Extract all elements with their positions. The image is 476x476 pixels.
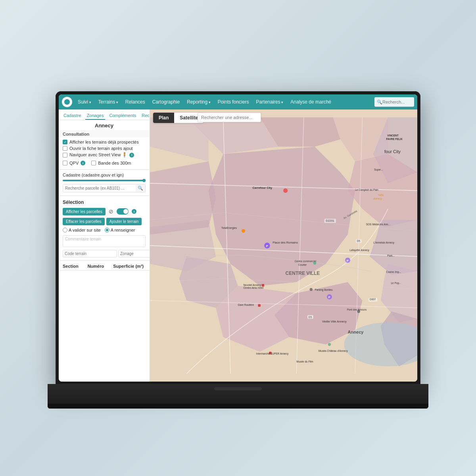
svg-text:D2201: D2201: [326, 219, 334, 223]
nav-reporting[interactable]: Reporting: [184, 98, 214, 106]
parcel-search-btn[interactable]: 🔍: [136, 184, 145, 192]
svg-text:Vieille Ville Annecy: Vieille Ville Annecy: [322, 320, 347, 323]
svg-marker-15: [150, 161, 216, 235]
divider-3: [59, 260, 150, 261]
map-svg: Place des Romains Carrefour City TotalEn…: [150, 109, 417, 382]
parcel-search-input[interactable]: [63, 185, 136, 192]
svg-text:Park...: Park...: [387, 254, 395, 257]
info-icon-sel: i: [132, 209, 136, 214]
svg-text:SOS Médecins Ann...: SOS Médecins Ann...: [366, 223, 391, 226]
col-numero: Numéro: [84, 262, 109, 271]
info-icon-street-view[interactable]: i: [129, 153, 134, 157]
radio-valider[interactable]: A valider sur site: [63, 228, 101, 232]
laptop-screen: Suivi Terrains Relances Cartographie Rep…: [59, 94, 417, 382]
app-logo[interactable]: [62, 97, 72, 107]
left-panel: Cadastre Zonages Compléments Recherche A…: [59, 109, 150, 382]
map-area: Plan Satellite: [150, 109, 417, 382]
svg-text:Le Pop...: Le Pop...: [391, 282, 401, 285]
nav-points-fonciers[interactable]: Points fonciers: [215, 98, 252, 106]
svg-text:Casino Imp...: Casino Imp...: [386, 271, 401, 274]
info-icon-qpv[interactable]: i: [81, 161, 85, 165]
nav-relances[interactable]: Relances: [122, 98, 148, 106]
radio-renseigner[interactable]: A renseigner: [105, 228, 135, 232]
map-btn-plan[interactable]: Plan: [153, 113, 174, 123]
svg-text:Le Comptoir du Pain: Le Comptoir du Pain: [355, 188, 378, 192]
btn-effacer-parcelles[interactable]: Effacer les parcelles: [63, 218, 105, 225]
laptop-screen-bezel: Suivi Terrains Relances Cartographie Rep…: [56, 91, 420, 385]
parcel-search-row[interactable]: 🔍: [63, 184, 146, 192]
comment-area[interactable]: Commentaire terrain: [63, 235, 146, 247]
effacer-ajouter-row: Effacer les parcelles Ajouter le terrain: [59, 217, 150, 226]
divider-2: [59, 196, 150, 196]
nav-analyse-marche[interactable]: Analyse de marché: [287, 98, 334, 106]
svg-text:Centre Atria Hôtel: Centre Atria Hôtel: [243, 286, 263, 289]
svg-point-28: [242, 229, 245, 232]
qpv-label: QPV: [69, 161, 79, 165]
consultation-label: Consultation: [59, 130, 150, 137]
search-icon: 🔍: [377, 100, 382, 105]
tab-bar: Cadastre Zonages Compléments Recherche: [59, 109, 150, 120]
tab-recherche[interactable]: Recherche: [140, 112, 150, 120]
qpv-row[interactable]: QPV i Bande des 300m: [63, 160, 146, 166]
svg-point-36: [310, 288, 313, 291]
svg-text:TotalEnergies: TotalEnergies: [221, 226, 237, 230]
option-label-3: Naviguer avec Street View 🧍: [69, 152, 127, 157]
tab-cadastre[interactable]: Cadastre: [62, 112, 83, 120]
nav-suivi[interactable]: Suivi: [75, 98, 94, 106]
cadastre-section-label: Cadastre (cadastre.gouv et ign): [59, 171, 150, 178]
svg-text:Courier: Courier: [298, 263, 307, 266]
nav-terrains[interactable]: Terrains: [95, 98, 121, 106]
radio-renseigner-label: A renseigner: [111, 228, 135, 232]
tab-zonages[interactable]: Zonages: [85, 112, 106, 120]
checkbox-bande[interactable]: [91, 161, 96, 165]
svg-text:Lafayette Annecy: Lafayette Annecy: [349, 249, 369, 252]
option-row-3[interactable]: Naviguer avec Street View 🧍 i: [63, 152, 146, 158]
svg-text:D007: D007: [370, 298, 376, 301]
parcel-table: Section Numéro Superficie (m²): [59, 262, 150, 271]
svg-text:Place des Romains: Place des Romains: [273, 241, 298, 244]
svg-text:four City: four City: [384, 149, 401, 154]
option-row-2[interactable]: Ouvrir la fiche terrain après ajout: [63, 145, 146, 152]
toggle-afficher[interactable]: [117, 208, 129, 215]
svg-text:Centre commercial: Centre commercial: [295, 260, 316, 263]
comment-placeholder: Commentaire terrain: [65, 237, 101, 241]
svg-text:Musée du Film: Musée du Film: [296, 360, 313, 363]
info-icon-afficher[interactable]: i: [130, 207, 138, 215]
svg-text:P: P: [347, 259, 349, 263]
svg-point-26: [283, 188, 288, 193]
navbar: Suivi Terrains Relances Cartographie Rep…: [59, 94, 417, 109]
zonage-input[interactable]: [118, 250, 150, 257]
svg-text:Yatta: Yatta: [378, 194, 384, 196]
svg-text:Intermarché SUPER Annecy: Intermarché SUPER Annecy: [256, 352, 289, 355]
svg-text:Parking Bonlieu: Parking Bonlieu: [315, 288, 333, 292]
col-superficie: Superficie (m²): [109, 262, 150, 271]
search-input[interactable]: [382, 100, 414, 104]
svg-text:Musée-Château d'Annecy: Musée-Château d'Annecy: [319, 349, 348, 353]
cadastre-slider[interactable]: [63, 180, 146, 181]
nav-partenaires[interactable]: Partenaires: [253, 98, 286, 106]
laptop-wrapper: Suivi Terrains Relances Cartographie Rep…: [48, 91, 428, 409]
svg-point-40: [328, 343, 331, 346]
svg-text:L'Amnésie Annecy: L'Amnésie Annecy: [373, 241, 395, 244]
map-search[interactable]: [198, 113, 261, 122]
btn-ajouter-terrain[interactable]: Ajouter le terrain: [106, 218, 142, 225]
map-search-input[interactable]: [198, 113, 261, 122]
svg-text:Pont des Amours: Pont des Amours: [347, 308, 367, 311]
nav-cartographie[interactable]: Cartographie: [149, 98, 183, 106]
bande-label: Bande des 300m: [98, 161, 131, 165]
clear-icon[interactable]: ⊘: [107, 207, 115, 215]
checkbox-1[interactable]: ✓: [63, 140, 67, 144]
radio-valider-circle: [63, 228, 67, 232]
tab-complements[interactable]: Compléments: [107, 112, 138, 120]
code-terrain-input[interactable]: [63, 250, 117, 257]
checkbox-2[interactable]: [63, 146, 67, 151]
svg-text:FAVRE FELIX: FAVRE FELIX: [386, 138, 403, 140]
radio-renseigner-circle: [105, 228, 109, 232]
option-row-1[interactable]: ✓ Afficher les terrains déjà prospectés: [63, 139, 146, 145]
svg-text:Super...: Super...: [374, 168, 383, 171]
nav-search-box[interactable]: 🔍: [374, 97, 414, 107]
afficher-row: Afficher les parcelles ⊘ i: [59, 206, 150, 217]
checkbox-qpv[interactable]: [63, 161, 67, 165]
btn-afficher-parcelles[interactable]: Afficher les parcelles: [63, 208, 106, 215]
checkbox-3[interactable]: [63, 153, 67, 157]
